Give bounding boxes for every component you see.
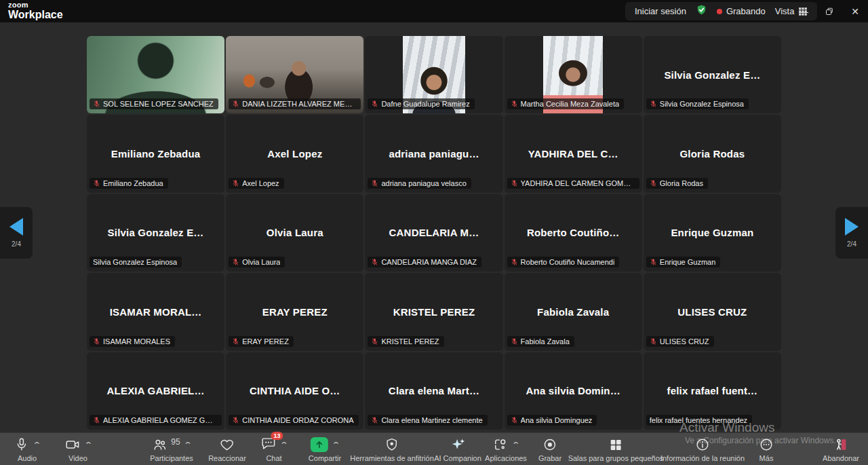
apps-button[interactable]: ⌃Aplicaciones	[485, 433, 527, 465]
participant-tile[interactable]: Silvia Gonzalez E…Silvia Gonzalez Espino…	[644, 36, 781, 113]
title-bar: zoom Workplace Iniciar sesión Grabando V…	[0, 0, 868, 22]
participant-tile[interactable]: Martha Cecilia Meza Zavaleta	[505, 36, 642, 113]
participant-name-text: Ana silvia Dominguez	[521, 416, 593, 424]
participants-count: 95	[171, 437, 180, 447]
participant-tile[interactable]: ERAY PEREZERAY PEREZ	[226, 273, 363, 350]
chevron-up-icon[interactable]: ⌃	[332, 441, 341, 449]
close-button[interactable]: ✕	[842, 0, 868, 22]
participant-tile[interactable]: Enrique GuzmanEnrique Guzman	[644, 194, 781, 272]
participant-tile[interactable]: Olvia LauraOlvia Laura	[226, 194, 363, 272]
participant-name-label: Enrique Guzman	[646, 257, 721, 267]
participant-name-text: DANIA LIZZETH ALVAREZ MENDOZA	[242, 100, 356, 108]
toolbar-item-label: Reaccionar	[208, 454, 246, 462]
participant-tile[interactable]: adriana paniagu…adriana paniagua velasco	[365, 115, 502, 192]
participant-name-text: CANDELARIA MANGA DIAZ	[381, 258, 477, 266]
participant-name-text: ALEXIA GABRIELA GOMEZ GUMETA	[103, 416, 217, 424]
ai-button[interactable]: AI Companion	[434, 433, 481, 465]
restore-button[interactable]	[816, 0, 842, 22]
chevron-up-icon[interactable]: ⌃	[33, 441, 42, 449]
host-button[interactable]: Herramientas de anfitrión	[350, 433, 434, 465]
participant-tile[interactable]: ULISES CRUZULISES CRUZ	[644, 273, 781, 350]
react-button[interactable]: Reaccionar	[208, 433, 246, 465]
participant-name-label: SOL SELENE LOPEZ SANCHEZ	[90, 98, 218, 109]
participant-tile[interactable]: Fabiola ZavalaFabiola Zavala	[505, 273, 642, 350]
muted-mic-icon	[650, 258, 657, 266]
page-indicator: 2/4	[847, 240, 856, 248]
chevron-up-icon[interactable]: ⌃	[279, 441, 289, 449]
participant-name-label: Olvia Laura	[229, 257, 285, 267]
chat-unread-badge: 13	[271, 432, 283, 440]
participant-name-label: felix rafael fuentes hernandez	[646, 415, 752, 426]
participant-tile[interactable]: Silvia Gonzalez E…Silvia Gonzalez Espino…	[87, 194, 224, 272]
meeting-toolbar: ⌃Audio⌃Video95⌃ParticipantesReaccionar13…	[0, 432, 868, 465]
participants-button[interactable]: 95⌃Participantes	[150, 433, 193, 465]
toolbar-item-label: Abandonar	[823, 454, 859, 462]
chevron-up-icon[interactable]: ⌃	[183, 441, 193, 449]
participant-name-text: Clara elena Martinez clemente	[381, 416, 482, 424]
toolbar-item-label: AI Companion	[434, 454, 481, 462]
muted-mic-icon	[511, 416, 518, 424]
participant-tile[interactable]: CANDELARIA M…CANDELARIA MANGA DIAZ	[365, 194, 502, 272]
participant-name-label: KRISTEL PEREZ	[368, 336, 443, 347]
participant-name-label: YADHIRA DEL CARMEN GOMEZ CAST…	[507, 178, 639, 189]
logo-workplace-text: Workplace	[8, 10, 63, 20]
leave-button[interactable]: Abandonar	[823, 433, 859, 465]
chevron-up-icon[interactable]: ⌃	[84, 441, 94, 449]
more-icon	[759, 437, 774, 452]
participant-name-text: Martha Cecilia Meza Zavaleta	[521, 100, 620, 108]
leave-meeting-icon	[833, 437, 848, 452]
info-button[interactable]: Información de la reunión	[660, 433, 745, 465]
more-button[interactable]: Más	[759, 433, 774, 465]
video-button[interactable]: ⌃Video	[64, 433, 92, 465]
participant-tile[interactable]: YADHIRA DEL C…YADHIRA DEL CARMEN GOMEZ C…	[505, 115, 642, 192]
muted-mic-icon	[93, 179, 100, 187]
participant-tile[interactable]: ALEXIA GABRIEL…ALEXIA GABRIELA GOMEZ GUM…	[87, 352, 224, 430]
participant-tile[interactable]: Gloria RodasGloria Rodas	[644, 115, 781, 192]
record-button[interactable]: Grabar	[538, 433, 561, 465]
recording-dot-icon	[717, 9, 722, 14]
muted-mic-icon	[371, 258, 378, 266]
participant-tile[interactable]: Roberto Coutiño…Roberto Coutiño Nucamend…	[505, 194, 642, 272]
participant-tile[interactable]: ISAMAR MORAL…ISAMAR MORALES	[87, 273, 224, 350]
share-button[interactable]: ⌃Compartir	[309, 433, 341, 465]
participant-name-text: Fabiola Zavala	[521, 337, 570, 346]
logo-zoom-text: zoom	[8, 1, 63, 9]
muted-mic-icon	[511, 100, 518, 108]
toolbar-item-label: Participantes	[150, 454, 193, 462]
sign-in-button[interactable]: Iniciar sesión	[635, 6, 686, 16]
page-indicator: 2/4	[12, 240, 21, 248]
participant-tile[interactable]: felix rafael fuent…felix rafael fuentes …	[644, 352, 781, 430]
participant-name-text: Axel Lopez	[242, 179, 279, 187]
minimize-button[interactable]: —	[791, 0, 816, 22]
muted-mic-icon	[93, 337, 100, 346]
breakout-rooms-icon	[608, 438, 623, 452]
participant-name-label: adriana paniagua velasco	[368, 178, 471, 189]
participant-tile[interactable]: DANIA LIZZETH ALVAREZ MENDOZA	[226, 36, 363, 113]
previous-page-button[interactable]: 2/4	[0, 207, 33, 259]
next-page-button[interactable]: 2/4	[835, 207, 868, 259]
participant-tile[interactable]: KRISTEL PEREZKRISTEL PEREZ	[365, 273, 502, 350]
participant-name-label: Silvia Gonzalez Espinosa	[646, 98, 749, 109]
audio-button[interactable]: ⌃Audio	[14, 433, 40, 465]
participant-tile[interactable]: Clara elena Mart…Clara elena Martinez cl…	[365, 352, 502, 430]
participants-icon	[152, 437, 167, 452]
breakout-button[interactable]: Salas para grupos pequeños	[568, 433, 664, 465]
participant-name-text: Silvia Gonzalez Espinosa	[93, 258, 177, 266]
video-camera-icon	[64, 437, 81, 452]
muted-mic-icon	[650, 179, 657, 187]
chat-button[interactable]: 13⌃Chat	[260, 433, 287, 465]
participant-tile[interactable]: Ana silvia Domin…Ana silvia Dominguez	[505, 352, 642, 430]
participant-tile[interactable]: SOL SELENE LOPEZ SANCHEZ	[87, 36, 224, 113]
participant-name-label: Silvia Gonzalez Espinosa	[90, 257, 182, 267]
participant-tile[interactable]: Dafne Guadalupe Ramirez	[365, 36, 502, 113]
participant-name-label: Fabiola Zavala	[507, 336, 574, 347]
participant-tile[interactable]: Axel LopezAxel Lopez	[226, 115, 363, 192]
security-shield-icon[interactable]	[696, 4, 707, 18]
participant-tile[interactable]: CINTHIA AIDE O…CINTHIA AIDE ORDAZ CORONA	[226, 352, 363, 430]
participant-tile[interactable]: Emiliano ZebaduaEmiliano Zebadua	[87, 115, 224, 192]
muted-mic-icon	[650, 100, 657, 108]
participant-name-label: Emiliano Zebadua	[90, 178, 168, 189]
chevron-up-icon[interactable]: ⌃	[511, 441, 521, 449]
host-tools-icon	[384, 437, 399, 452]
participant-name-label: ALEXIA GABRIELA GOMEZ GUMETA	[90, 415, 222, 426]
